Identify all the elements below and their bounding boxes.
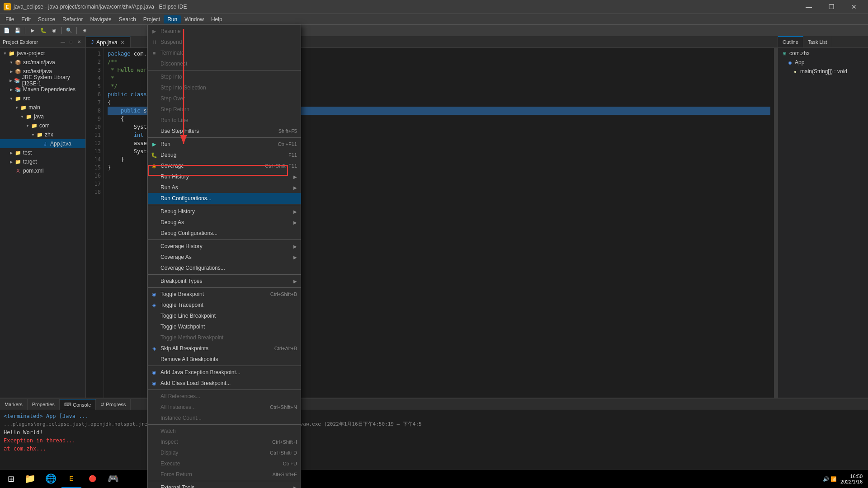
editor-scrollbar[interactable]	[774, 48, 778, 398]
menu-step-into-selection[interactable]: Step Into Selection	[148, 82, 301, 93]
watch-label: Watch	[160, 428, 297, 434]
menu-step-return[interactable]: Step Return	[148, 104, 301, 115]
menu-toggle-watchpoint[interactable]: Toggle Watchpoint	[148, 321, 301, 332]
tab-properties[interactable]: Properties	[28, 399, 60, 410]
menu-step-into[interactable]: Step Into	[148, 71, 301, 82]
menu-external-tools[interactable]: External Tools ▶	[148, 482, 301, 488]
tree-test-folder[interactable]: ▶ 📁 test	[0, 148, 85, 157]
menu-edit[interactable]: Edit	[18, 15, 34, 23]
menu-step-over[interactable]: Step Over	[148, 93, 301, 104]
taskbar-app-eclipse[interactable]: E	[61, 470, 81, 488]
maximize-button[interactable]: ❐	[821, 0, 842, 14]
toolbar-run-btn[interactable]: ▶	[28, 26, 38, 35]
menu-debug-configurations[interactable]: Debug Configurations...	[148, 228, 301, 239]
outline-method[interactable]: ● main(String[]) : void	[778, 67, 868, 76]
menu-run-configurations[interactable]: Run Configurations...	[148, 193, 301, 204]
menu-run[interactable]: Run	[164, 15, 181, 23]
panel-maximize-btn[interactable]: □	[67, 38, 75, 46]
menu-instance-count[interactable]: Instance Count...	[148, 413, 301, 423]
console-line-at: at com.zhx...	[4, 445, 864, 453]
toolbar-save-btn[interactable]: 💾	[13, 26, 23, 35]
tree-src[interactable]: ▼ 📁 src	[0, 94, 85, 103]
menu-coverage[interactable]: ◉ Coverage Ctrl+Shift+F11	[148, 160, 301, 171]
menu-disconnect[interactable]: Disconnect	[148, 58, 301, 69]
menu-debug[interactable]: 🐛 Debug F11	[148, 150, 301, 160]
panel-close-btn[interactable]: ✕	[75, 38, 83, 46]
start-button[interactable]: ⊞	[2, 470, 20, 488]
menu-add-java-exception-bp[interactable]: ◉ Add Java Exception Breakpoint...	[148, 367, 301, 378]
menu-watch[interactable]: Watch	[148, 426, 301, 436]
minimize-button[interactable]: —	[798, 0, 819, 14]
tree-jre[interactable]: ▶ 📚 JRE System Library [J2SE-1	[0, 76, 85, 85]
menu-terminate[interactable]: ■ Terminate	[148, 47, 301, 58]
tab-progress[interactable]: ↺ Progress	[96, 399, 131, 410]
menu-run-as[interactable]: Run As ▶	[148, 182, 301, 193]
menu-use-step-filters[interactable]: Use Step Filters Shift+F5	[148, 126, 301, 136]
tree-com[interactable]: ▼ 📁 com	[0, 121, 85, 130]
outline-class[interactable]: ◉ App	[778, 58, 868, 67]
menu-all-references[interactable]: All References...	[148, 391, 301, 402]
menu-debug-as[interactable]: Debug As ▶	[148, 217, 301, 228]
menu-coverage-configurations[interactable]: Coverage Configurations...	[148, 263, 301, 273]
menu-remove-all-bp[interactable]: Remove All Breakpoints	[148, 354, 301, 365]
tree-zhx[interactable]: ▼ 📁 zhx	[0, 130, 85, 139]
menu-run[interactable]: ▶ Run Ctrl+F11	[148, 139, 301, 150]
taskbar-app-folder[interactable]: 📁	[20, 470, 40, 488]
menu-search[interactable]: Search	[115, 15, 140, 23]
taskbar-app-other[interactable]: 🎮	[103, 470, 123, 488]
tree-target[interactable]: ▶ 📁 target	[0, 157, 85, 166]
title-bar-controls[interactable]: — ❐ ✕	[798, 0, 864, 14]
toolbar-new-btn[interactable]: 📄	[2, 26, 12, 35]
menu-coverage-history[interactable]: Coverage History ▶	[148, 241, 301, 252]
menu-debug-history[interactable]: Debug History ▶	[148, 206, 301, 217]
menu-file[interactable]: File	[2, 15, 18, 23]
menu-navigate[interactable]: Navigate	[86, 15, 115, 23]
menu-toggle-method-bp[interactable]: Toggle Method Breakpoint	[148, 332, 301, 343]
menu-toggle-breakpoint[interactable]: ◉ Toggle Breakpoint Ctrl+Shift+B	[148, 289, 301, 300]
menu-add-class-load-bp[interactable]: ◉ Add Class Load Breakpoint...	[148, 378, 301, 389]
tab-close[interactable]: ✕	[120, 39, 125, 46]
project-explorer-title: Project Explorer	[3, 39, 38, 45]
tree-src-main-java[interactable]: ▼ 📦 src/main/java	[0, 58, 85, 67]
menu-run-history[interactable]: Run History ▶	[148, 171, 301, 182]
menu-toggle-line-bp[interactable]: Toggle Line Breakpoint	[148, 310, 301, 321]
menu-toggle-tracepoint[interactable]: ◈ Toggle Tracepoint	[148, 300, 301, 310]
menu-display[interactable]: Display Ctrl+Shift+D	[148, 447, 301, 458]
taskbar-app-browser[interactable]: 🌐	[41, 470, 61, 488]
tab-outline[interactable]: Outline	[778, 36, 803, 47]
menu-force-return[interactable]: Force Return Alt+Shift+F	[148, 469, 301, 480]
tab-tasklist[interactable]: Task List	[803, 36, 832, 47]
menu-window[interactable]: Window	[181, 15, 208, 23]
menu-all-instances[interactable]: All Instances... Ctrl+Shift+N	[148, 402, 301, 413]
menu-help[interactable]: Help	[208, 15, 226, 23]
tab-console[interactable]: ⌨ Console	[60, 399, 96, 410]
close-button[interactable]: ✕	[844, 0, 864, 14]
menu-refactor[interactable]: Refactor	[59, 15, 86, 23]
tree-java[interactable]: ▼ 📁 java	[0, 112, 85, 121]
taskbar-app-intellij[interactable]: 🔴	[82, 470, 102, 488]
menu-resume[interactable]: ▶ Resume	[148, 26, 301, 37]
menu-run-to-line[interactable]: Run to Line	[148, 115, 301, 126]
outline-package[interactable]: ⊞ com.zhx	[778, 49, 868, 58]
toolbar-coverage-btn[interactable]: ◉	[49, 26, 59, 35]
tree-java-project[interactable]: ▼ 📁 java-project	[0, 49, 85, 58]
tab-app-java[interactable]: J App.java ✕	[86, 37, 131, 47]
toolbar-debug-btn[interactable]: 🐛	[38, 26, 48, 35]
menu-inspect[interactable]: Inspect Ctrl+Shift+I	[148, 436, 301, 447]
menu-source[interactable]: Source	[34, 15, 59, 23]
tree-maven[interactable]: ▶ 📚 Maven Dependencies	[0, 85, 85, 94]
tree-main[interactable]: ▼ 📁 main	[0, 103, 85, 112]
menu-skip-all-bp[interactable]: ◈ Skip All Breakpoints Ctrl+Alt+B	[148, 343, 301, 354]
tab-markers[interactable]: Markers	[0, 399, 28, 410]
panel-minimize-btn[interactable]: —	[59, 38, 66, 46]
tree-app-java[interactable]: ▶ J App.java	[0, 139, 85, 148]
skip-all-bp-label: Skip All Breakpoints	[160, 345, 274, 352]
menu-breakpoint-types[interactable]: Breakpoint Types ▶	[148, 276, 301, 286]
menu-suspend[interactable]: ⏸ Suspend	[148, 37, 301, 47]
tree-pom[interactable]: ▶ X pom.xml	[0, 166, 85, 175]
toolbar-search-btn[interactable]: 🔍	[64, 26, 74, 35]
menu-execute[interactable]: Execute Ctrl+U	[148, 458, 301, 469]
toolbar-perspective-btn[interactable]: ⊞	[79, 26, 89, 35]
menu-coverage-as[interactable]: Coverage As ▶	[148, 252, 301, 263]
menu-project[interactable]: Project	[140, 15, 164, 23]
